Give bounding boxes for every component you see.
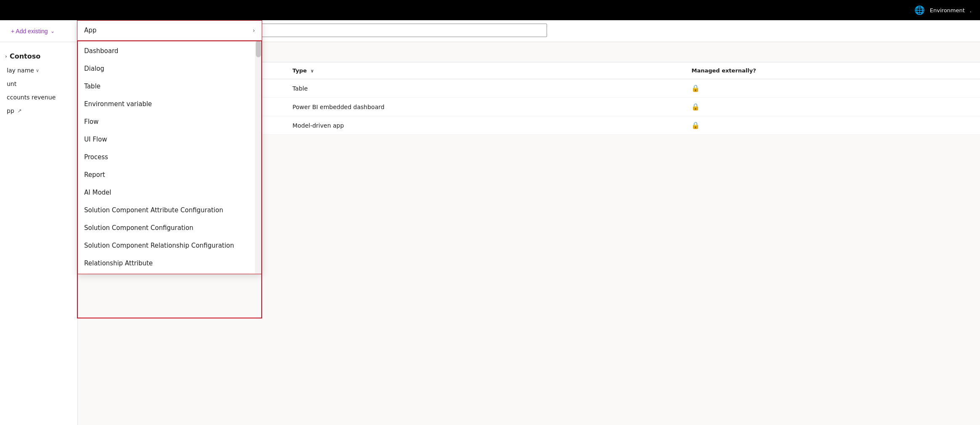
dropdown-item-table-label: Table bbox=[84, 83, 101, 90]
row-1-managed: 🔒 bbox=[685, 79, 980, 98]
dropdown-item-dialog-label: Dialog bbox=[84, 65, 104, 72]
add-existing-chevron: ⌄ bbox=[50, 28, 55, 34]
dropdown-item-process-label: Process bbox=[84, 153, 108, 161]
dropdown-item-scc-label: Solution Component Configuration bbox=[84, 224, 193, 232]
dropdown-item-ai-model[interactable]: AI Model bbox=[77, 184, 262, 201]
dropdown-item-report-label: Report bbox=[84, 171, 105, 179]
sidebar: › Contoso lay name ∨ unt ccounts revenue… bbox=[0, 42, 78, 425]
col-header-managed-externally: Managed externally? bbox=[685, 62, 980, 79]
dropdown-item-flow-label: Flow bbox=[84, 118, 98, 126]
sidebar-item-accounts-revenue[interactable]: ccounts revenue bbox=[0, 91, 77, 104]
scrollbar-track[interactable] bbox=[255, 40, 262, 274]
external-link-icon: ↗ bbox=[18, 108, 22, 114]
row-2-type: Power BI embedded dashboard bbox=[286, 98, 685, 116]
add-existing-button[interactable]: + Add existing ⌄ bbox=[7, 25, 59, 37]
dropdown-item-ra-label: Relationship Attribute bbox=[84, 259, 153, 267]
dropdown-item-ai-model-label: AI Model bbox=[84, 189, 112, 196]
sidebar-item-app[interactable]: pp ↗ bbox=[0, 104, 77, 118]
dropdown-header-arrow: › bbox=[252, 27, 255, 34]
sidebar-item-unt-label: unt bbox=[7, 80, 16, 87]
main-area: + Add existing ⌄ › Contoso lay name ∨ un… bbox=[0, 20, 980, 425]
display-name-sort-icon: ∨ bbox=[36, 68, 39, 73]
row-1-type: Table bbox=[286, 79, 685, 98]
dropdown-item-ui-flow-label: UI Flow bbox=[84, 136, 107, 143]
lock-icon-3: 🔒 bbox=[691, 121, 700, 129]
dropdown-item-report[interactable]: Report bbox=[77, 166, 262, 184]
dropdown-header[interactable]: App › bbox=[77, 20, 262, 40]
row-3-type: Model-driven app bbox=[286, 116, 685, 135]
dropdown-item-table[interactable]: Table bbox=[77, 78, 262, 95]
col-header-type[interactable]: Type ∨ bbox=[286, 62, 685, 79]
globe-icon: 🌐 bbox=[914, 5, 925, 15]
dropdown-items-list: Dashboard Dialog Table Environment varia… bbox=[77, 40, 262, 274]
environment-dot: . bbox=[970, 7, 972, 13]
dropdown-header-label: App bbox=[84, 27, 96, 34]
row-3-managed: 🔒 bbox=[685, 116, 980, 135]
sidebar-item-unt[interactable]: unt bbox=[0, 77, 77, 91]
dropdown-item-flow[interactable]: Flow bbox=[77, 113, 262, 131]
add-existing-label: + Add existing bbox=[11, 28, 48, 35]
dropdown-item-dialog[interactable]: Dialog bbox=[77, 60, 262, 78]
dropdown-item-scr-label: Solution Component Relationship Configur… bbox=[84, 242, 234, 249]
sidebar-item-app-label: pp bbox=[7, 107, 14, 114]
dropdown-item-env-var-label: Environment variable bbox=[84, 100, 152, 108]
dropdown-item-dashboard-label: Dashboard bbox=[84, 47, 118, 55]
top-bar-right: 🌐 Environment . bbox=[914, 5, 972, 15]
lock-icon-2: 🔒 bbox=[691, 103, 700, 111]
sidebar-item-accounts-revenue-label: ccounts revenue bbox=[7, 94, 56, 101]
dropdown-item-dashboard[interactable]: Dashboard bbox=[77, 42, 262, 60]
type-sort-icon: ∨ bbox=[311, 68, 314, 74]
top-bar: 🌐 Environment . bbox=[0, 0, 980, 20]
scrollbar-thumb[interactable] bbox=[256, 40, 261, 57]
lock-icon-1: 🔒 bbox=[691, 84, 700, 92]
search-input[interactable] bbox=[252, 24, 547, 37]
dropdown-item-solution-component-relationship[interactable]: Solution Component Relationship Configur… bbox=[77, 237, 262, 254]
sidebar-section-title: › Contoso bbox=[0, 49, 77, 64]
dropdown-menu: App › Dashboard Dialog Table Environment… bbox=[77, 20, 262, 274]
dropdown-item-solution-component-attribute[interactable]: Solution Component Attribute Configurati… bbox=[77, 201, 262, 219]
dropdown-item-ui-flow[interactable]: UI Flow bbox=[77, 131, 262, 148]
sidebar-arrow: › bbox=[5, 53, 7, 59]
dropdown-item-process[interactable]: Process bbox=[77, 148, 262, 166]
dropdown-item-solution-component-config[interactable]: Solution Component Configuration bbox=[77, 219, 262, 237]
sidebar-title-text: Contoso bbox=[10, 52, 40, 60]
search-bar-area bbox=[252, 20, 812, 40]
sidebar-display-name-header[interactable]: lay name ∨ bbox=[0, 64, 77, 77]
row-2-managed: 🔒 bbox=[685, 98, 980, 116]
dropdown-item-environment-variable[interactable]: Environment variable bbox=[77, 95, 262, 113]
environment-label: Environment bbox=[930, 7, 965, 13]
dropdown-item-relationship-attribute[interactable]: Relationship Attribute bbox=[77, 254, 262, 272]
display-name-col-label: lay name bbox=[7, 67, 34, 74]
dropdown-item-sca-label: Solution Component Attribute Configurati… bbox=[84, 206, 223, 214]
